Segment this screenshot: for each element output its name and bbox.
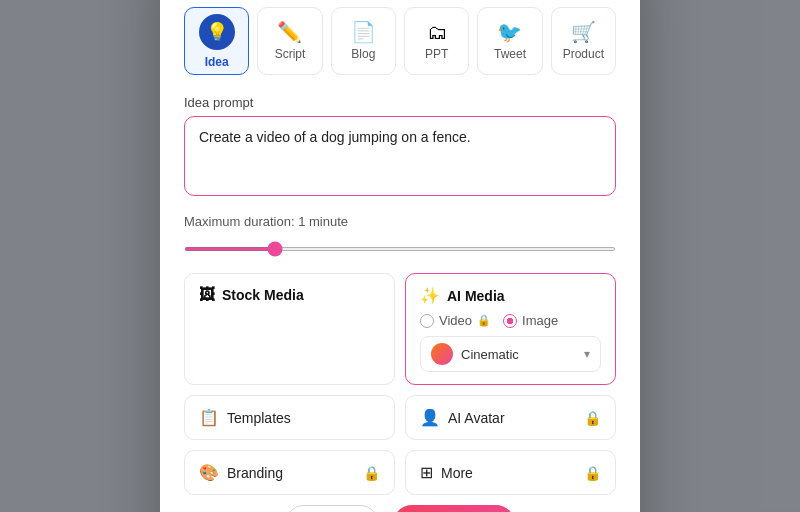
video-radio-dot [420,314,434,328]
tab-ppt[interactable]: 🗂 PPT [404,7,469,75]
image-radio-dot [503,314,517,328]
idea-prompt-label: Idea prompt [184,95,616,110]
stock-media-card[interactable]: 🖼 Stock Media [184,273,395,385]
more-lock-icon: 🔒 [584,465,601,481]
ai-media-label: AI Media [447,288,505,304]
tab-product[interactable]: 🛒 Product [551,7,616,75]
style-label: Cinematic [461,347,519,362]
idea-prompt-input[interactable]: Create a video of a dog jumping on a fen… [184,116,616,196]
branding-icon: 🎨 [199,463,219,482]
image-radio-label: Image [522,313,558,328]
ai-media-icon: ✨ [420,286,440,305]
product-icon: 🛒 [571,22,596,42]
ai-avatar-label: AI Avatar [448,410,505,426]
branding-label: Branding [227,465,283,481]
close-button[interactable]: Close [285,505,379,512]
submit-button[interactable]: ✓ Submit [393,505,514,512]
tab-script-label: Script [275,47,306,61]
tab-blog-label: Blog [351,47,375,61]
duration-slider-wrap [184,237,616,255]
templates-card[interactable]: 📋 Templates [184,395,395,440]
tab-product-label: Product [563,47,604,61]
video-radio-label: Video [439,313,472,328]
branding-lock-icon: 🔒 [363,465,380,481]
ai-avatar-icon: 👤 [420,408,440,427]
ppt-icon: 🗂 [427,22,447,42]
image-radio[interactable]: Image [503,313,558,328]
tab-bar: 💡 Idea ✏️ Script 📄 Blog 🗂 PPT 🐦 Tweet 🛒 [184,7,616,75]
tab-idea[interactable]: 💡 Idea [184,7,249,75]
templates-icon: 📋 [199,408,219,427]
branding-card[interactable]: 🎨 Branding 🔒 [184,450,395,495]
tab-ppt-label: PPT [425,47,448,61]
idea-prompt-section: Idea prompt Create a video of a dog jump… [184,95,616,200]
more-label: More [441,465,473,481]
more-icon: ⊞ [420,463,433,482]
magic-create-modal: Magic Create 💡 Idea ✏️ Script 📄 Blog 🗂 P… [160,0,640,512]
script-icon: ✏️ [277,22,302,42]
footer-buttons: Close ✓ Submit [184,505,616,512]
style-avatar [431,343,453,365]
more-card[interactable]: ⊞ More 🔒 [405,450,616,495]
ai-avatar-lock-icon: 🔒 [584,410,601,426]
blog-icon: 📄 [351,22,376,42]
style-select[interactable]: Cinematic ▾ [420,336,601,372]
tab-blog[interactable]: 📄 Blog [331,7,396,75]
stock-media-icon: 🖼 [199,286,215,304]
ai-avatar-card[interactable]: 👤 AI Avatar 🔒 [405,395,616,440]
tab-script[interactable]: ✏️ Script [257,7,322,75]
templates-label: Templates [227,410,291,426]
tweet-icon: 🐦 [497,22,522,42]
duration-slider[interactable] [184,247,616,251]
idea-icon: 💡 [199,14,235,50]
bottom-grid: 📋 Templates 👤 AI Avatar 🔒 🎨 Branding 🔒 ⊞… [184,395,616,495]
ai-media-radio-row: Video 🔒 Image [420,313,601,328]
chevron-down-icon: ▾ [584,347,590,361]
tab-idea-label: Idea [205,55,229,69]
tab-tweet-label: Tweet [494,47,526,61]
media-grid: 🖼 Stock Media ✨ AI Media Video 🔒 [184,273,616,385]
duration-label: Maximum duration: 1 minute [184,214,616,229]
tab-tweet[interactable]: 🐦 Tweet [477,7,542,75]
modal-overlay: Magic Create 💡 Idea ✏️ Script 📄 Blog 🗂 P… [0,0,800,512]
video-radio[interactable]: Video 🔒 [420,313,491,328]
lock-small-icon: 🔒 [477,314,491,327]
stock-media-label: Stock Media [222,287,304,303]
ai-media-card[interactable]: ✨ AI Media Video 🔒 Image C [405,273,616,385]
